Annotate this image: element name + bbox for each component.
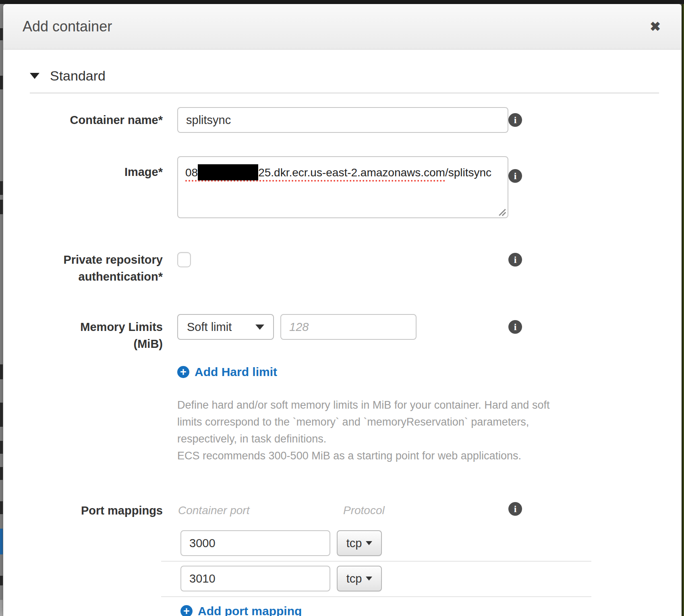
image-value-domain: 25.dkr.ecr.us-east-2.amazonaws.com xyxy=(258,166,445,179)
screen: Add container ✖ Standard Container name*… xyxy=(0,0,684,616)
image-value: 0825.dkr.ecr.us-east-2.amazonaws.com/spl… xyxy=(185,164,500,181)
container-port-input[interactable] xyxy=(180,566,330,591)
port-row-divider xyxy=(161,596,591,597)
port-mapping-row: tcp ✖ xyxy=(180,566,682,591)
background-page-fragment xyxy=(0,181,3,195)
port-mappings-columns: Container port Protocol xyxy=(178,502,385,519)
background-page-fragment xyxy=(0,441,3,454)
protocol-value: tcp xyxy=(346,537,362,550)
private-repo-label-line1: Private repository xyxy=(3,251,163,268)
background-top-bar xyxy=(0,0,684,4)
add-hard-limit-link[interactable]: + Add Hard limit xyxy=(177,365,682,379)
chevron-down-icon xyxy=(30,73,39,79)
info-icon[interactable]: i xyxy=(508,320,522,334)
info-icon[interactable]: i xyxy=(508,253,522,267)
protocol-select[interactable]: tcp xyxy=(337,566,382,591)
section-divider xyxy=(30,93,659,93)
image-row: Image* 0825.dkr.ecr.us-east-2.amazonaws.… xyxy=(3,156,682,218)
background-page-fragment xyxy=(0,364,3,379)
background-page-fragment xyxy=(0,76,3,89)
image-label: Image* xyxy=(3,156,163,180)
memory-limits-row: Memory Limits (MiB) Soft limit i xyxy=(3,314,682,352)
background-page-fragment xyxy=(0,529,3,554)
container-port-column-header: Container port xyxy=(178,502,343,519)
image-value-path: /splitsync xyxy=(445,166,491,179)
memory-help-line: Define hard and/or soft memory limits in… xyxy=(177,397,682,413)
dialog-body: Standard Container name* i Image* 0825.d… xyxy=(3,68,682,616)
background-page-fragment xyxy=(0,467,3,480)
memory-limits-label-line1: Memory Limits xyxy=(3,318,163,335)
caret-down-icon xyxy=(255,325,264,330)
memory-limit-value-input[interactable] xyxy=(280,314,417,340)
section-title: Standard xyxy=(50,68,106,84)
port-mappings-label: Port mappings xyxy=(3,502,163,519)
background-page-fragment xyxy=(0,600,3,616)
resize-grip-icon[interactable] xyxy=(498,208,506,216)
memory-help-line: respectively, in task definitions. xyxy=(177,430,682,447)
private-repo-label: Private repository authentication* xyxy=(3,251,163,285)
add-port-mapping-link[interactable]: + Add port mapping xyxy=(180,604,682,616)
memory-help-line: ECS recommends 300-500 MiB as a starting… xyxy=(177,447,682,464)
dialog-title: Add container xyxy=(23,4,112,49)
memory-limits-label: Memory Limits (MiB) xyxy=(3,314,163,352)
container-name-input[interactable] xyxy=(177,107,508,133)
memory-help-line: limits correspond to the `memory` and `m… xyxy=(177,413,682,430)
private-repo-row: Private repository authentication* i xyxy=(3,251,682,285)
info-icon[interactable]: i xyxy=(508,502,522,516)
memory-limit-type-value: Soft limit xyxy=(187,320,232,334)
caret-down-icon xyxy=(366,541,372,545)
add-container-dialog: Add container ✖ Standard Container name*… xyxy=(3,4,682,616)
container-port-input[interactable] xyxy=(180,530,330,556)
protocol-value: tcp xyxy=(346,572,362,585)
background-page-fragment xyxy=(0,501,3,514)
image-value-prefix: 08 xyxy=(185,166,198,179)
dialog-header: Add container ✖ xyxy=(3,4,682,50)
section-standard[interactable]: Standard xyxy=(30,68,682,84)
private-repo-label-line2: authentication* xyxy=(3,268,163,285)
protocol-select[interactable]: tcp xyxy=(337,530,382,556)
background-right-edge xyxy=(682,4,684,616)
add-hard-limit-label: Add Hard limit xyxy=(195,365,277,379)
protocol-column-header: Protocol xyxy=(343,502,385,519)
memory-limits-label-line2: (MiB) xyxy=(3,335,163,352)
port-mappings-header-row: Port mappings Container port Protocol i xyxy=(3,502,682,519)
port-row-divider xyxy=(161,561,591,562)
background-page-fragment xyxy=(0,200,3,214)
memory-limit-type-select[interactable]: Soft limit xyxy=(177,314,274,340)
info-icon[interactable]: i xyxy=(508,113,522,127)
image-textarea[interactable]: 0825.dkr.ecr.us-east-2.amazonaws.com/spl… xyxy=(177,156,508,218)
add-port-mapping-label: Add port mapping xyxy=(198,604,302,616)
redaction-box xyxy=(198,164,258,180)
info-icon[interactable]: i xyxy=(508,169,522,183)
background-page-fragment xyxy=(0,403,3,427)
close-icon[interactable]: ✖ xyxy=(650,19,661,34)
plus-icon: + xyxy=(180,605,193,616)
port-mapping-row: tcp ✖ xyxy=(180,530,682,556)
spellcheck-underline: 0825.dkr.ecr.us-east-2.amazonaws.com xyxy=(185,166,445,182)
container-name-label: Container name* xyxy=(3,112,163,128)
memory-help-text: Define hard and/or soft memory limits in… xyxy=(177,397,682,464)
private-repo-checkbox[interactable] xyxy=(177,252,191,267)
background-page-fragment xyxy=(0,28,3,40)
container-name-row: Container name* i xyxy=(3,107,682,133)
background-page-fragment xyxy=(0,576,3,585)
caret-down-icon xyxy=(366,577,372,581)
plus-icon: + xyxy=(177,366,189,378)
